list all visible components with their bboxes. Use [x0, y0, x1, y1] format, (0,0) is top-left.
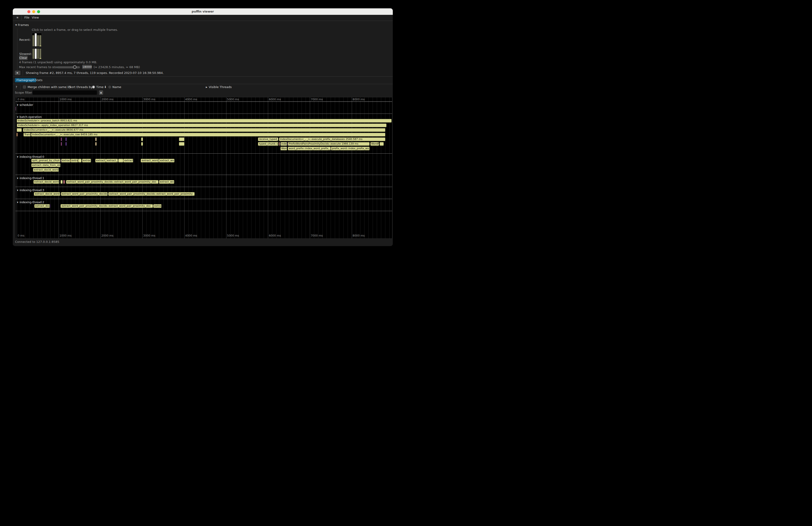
frame-thumbnail-recent[interactable] [32, 33, 42, 47]
scope-bar[interactable] [95, 142, 97, 146]
thread-header[interactable]: ▼indexing-thread:3 [16, 188, 392, 192]
theme-toggle-icon[interactable]: ☀ [16, 16, 19, 19]
scope-bar[interactable] [380, 142, 384, 146]
scope-bar[interactable]: extract_word_pair_proximity_docids [61, 192, 108, 196]
frame-bar[interactable] [39, 49, 41, 59]
scope-bar[interactable]: IndexDocuments<_, _>::execute 8656.677 m… [23, 128, 386, 132]
scope-bar[interactable] [17, 128, 22, 132]
scope-bar[interactable]: extract_word_pair_proximity_docids::extr… [108, 192, 195, 196]
scope-bar[interactable]: prefix_word::index_prefix_wo [331, 147, 369, 150]
scope-bar[interactable]: extract_docid_word [33, 168, 59, 172]
thread-header[interactable]: ▼indexing-thread:2 [16, 201, 392, 204]
thread-header[interactable]: ▼indexing-thread:1 [16, 176, 392, 180]
scope-bar[interactable] [141, 137, 143, 141]
axis-tick-label: 6000 ms [269, 98, 281, 101]
scope-bar[interactable] [65, 180, 65, 184]
frame-thumbnail-slowest[interactable] [32, 48, 42, 60]
scope-bar[interactable]: index [280, 142, 287, 146]
scope-bar[interactable]: extract_word_pair_proximity_docids::extr… [60, 204, 153, 208]
scope-bar[interactable]: extract_wo [159, 180, 174, 184]
scope-row: IndexScheduler>::process_batch 8953.821 … [16, 119, 392, 123]
scope-bar[interactable]: receive_typed_ [258, 137, 278, 141]
scope-bar[interactable] [60, 180, 63, 184]
frame-bar[interactable] [37, 49, 39, 59]
scope-bar[interactable]: extract_word_pair_proximity_docids::extr… [66, 180, 159, 184]
scope-bar[interactable]: IndexScheduler>::apply_index_operation 8… [17, 123, 387, 127]
scope-bar[interactable]: extract_docid_word [34, 192, 60, 196]
scope-bar[interactable] [66, 142, 67, 146]
frame-bar[interactable] [37, 35, 39, 46]
thread-header[interactable]: ▼scheduler [16, 103, 392, 107]
thread-header[interactable]: ▼indexing-thread:0 [16, 155, 392, 159]
thread-header[interactable]: ▼batch-operation [16, 115, 392, 119]
sort-direction-arrow-icon[interactable]: ⬇ [104, 85, 106, 89]
scope-bar[interactable] [280, 142, 280, 146]
scope-bar[interactable]: extract_doc [34, 204, 50, 208]
max-frames-slider[interactable] [57, 66, 80, 68]
scope-bar[interactable]: extract::data_from_ob [31, 163, 61, 167]
scope-bar[interactable]: extrac [82, 159, 91, 162]
frame-bar[interactable] [39, 35, 41, 46]
flamegraph-canvas[interactable]: 0 ms1000 ms2000 ms3000 ms4000 ms5000 ms6… [15, 97, 392, 239]
clear-filter-button[interactable]: x [99, 90, 103, 95]
scope-bar[interactable]: extract_word [141, 159, 159, 162]
slider-knob[interactable] [73, 65, 76, 69]
scope-bar[interactable]: IndexScheduler>::process_batch 8953.821 … [17, 119, 392, 122]
scope-bar[interactable] [66, 137, 67, 141]
scope-bar[interactable] [141, 142, 143, 146]
tab-flamegraph[interactable]: Flamegraph [15, 78, 36, 82]
scope-bar[interactable] [61, 137, 62, 141]
menu-item-view[interactable]: View [32, 16, 39, 19]
scope-bar[interactable]: extract_wo [159, 159, 174, 162]
connection-status: Connected to 127.0.0.1:8585 [15, 240, 59, 244]
scope-bar[interactable]: WordPr [370, 142, 379, 146]
sort-name-radio[interactable] [108, 86, 111, 88]
scope-bar[interactable]: IndexDocuments<_, _>::execute_prefix_dat… [279, 137, 386, 141]
scope-bar[interactable] [179, 142, 185, 146]
clear-button[interactable]: Clear [19, 56, 28, 60]
frame-bar-selected[interactable] [35, 33, 37, 46]
sort-time-radio[interactable] [92, 86, 95, 88]
merge-children-checkbox[interactable] [23, 86, 26, 88]
frame-bar[interactable] [32, 35, 34, 46]
scope-bar[interactable]: extract [123, 159, 133, 162]
play-button[interactable]: ▶ [15, 71, 20, 75]
scope-bar[interactable]: typed_chunk::w [258, 142, 278, 146]
max-frames-value[interactable]: 18000 [82, 65, 92, 69]
collapse-triangle-icon: ▼ [17, 189, 18, 191]
scope-bar[interactable] [118, 159, 123, 162]
scope-bar[interactable] [279, 142, 280, 146]
scope-bar[interactable] [78, 159, 82, 162]
collapse-triangle-icon: ▼ [17, 201, 18, 203]
axis-tick-label: 2000 ms [101, 98, 113, 101]
frames-section-header[interactable]: ▼ Frames [15, 23, 29, 27]
frame-bar-selected[interactable] [35, 49, 37, 59]
scope-bar[interactable] [95, 137, 97, 141]
scope-bar[interactable] [16, 107, 16, 111]
scope-bar[interactable]: extra [71, 159, 78, 162]
tab-stats[interactable]: Stats [33, 78, 44, 82]
sort-name-label: Name [112, 85, 121, 89]
scope-bar[interactable]: extract_ [95, 159, 106, 162]
help-button[interactable]: ? [16, 85, 17, 89]
scope-filter-input[interactable] [32, 90, 97, 95]
scope-bar[interactable] [61, 142, 62, 146]
scope-bar[interactable]: PrefixWordPairsProximityDocids::execute … [288, 142, 370, 146]
scope-bar[interactable]: Word [280, 147, 287, 150]
visible-threads-header[interactable]: ▶Visible Threads [206, 85, 232, 89]
scope-bar[interactable]: extract_ [106, 159, 118, 162]
scope-bar[interactable]: Trans [24, 133, 31, 136]
scope-bar[interactable] [16, 133, 18, 136]
scope-bar[interactable]: split_grenad_by_chun [31, 159, 61, 162]
axis-tick-label: 8000 ms [353, 98, 365, 101]
scope-bar[interactable]: extrac [153, 204, 161, 208]
scope-bar[interactable] [50, 204, 50, 208]
scope-bar[interactable]: word_prefix::index_word_prefix_ [288, 147, 331, 150]
frame-bar[interactable] [32, 49, 34, 59]
scope-bar[interactable]: extract [61, 159, 71, 162]
scope-bar[interactable]: extract_docid_word [33, 180, 60, 184]
scope-filter-label: Scope filter: [15, 91, 33, 94]
menu-item-file[interactable]: File [24, 16, 29, 19]
scope-bar[interactable] [179, 137, 185, 141]
scope-bar[interactable]: IndexDocuments<_, _>::execute_raw 8459.1… [31, 133, 386, 136]
